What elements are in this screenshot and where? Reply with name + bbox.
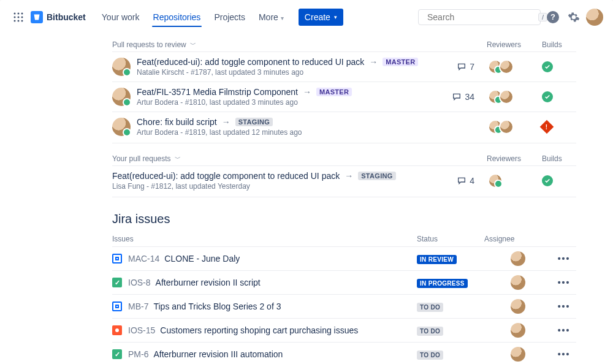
comment-count[interactable]: 34 bbox=[441, 92, 474, 102]
pr-row[interactable]: Feat(reduced-ui): add toggle component t… bbox=[112, 51, 576, 82]
chevron-down-icon: ﹀ bbox=[175, 154, 181, 163]
search-field[interactable] bbox=[427, 12, 535, 22]
assignee-avatar[interactable] bbox=[511, 323, 525, 338]
issue-type-bug-icon bbox=[112, 325, 122, 335]
issue-title[interactable]: Customers reporting shoping cart purchas… bbox=[160, 325, 358, 335]
branch-tag[interactable]: STAGING bbox=[358, 172, 395, 180]
brand[interactable]: Bitbucket bbox=[31, 11, 86, 23]
issue-type-task-icon: ✓ bbox=[112, 278, 122, 287]
more-actions-button[interactable]: ••• bbox=[552, 254, 576, 264]
svg-point-2 bbox=[21, 12, 23, 14]
status-badge[interactable]: TO DO bbox=[417, 351, 443, 360]
assignee-avatar[interactable] bbox=[511, 251, 525, 266]
section-header-yours: Your pull requests ﹀ Reviewers Builds bbox=[112, 151, 576, 165]
issue-type-story-icon bbox=[112, 254, 122, 264]
section-header-to-review: Pull requests to review ﹀ Reviewers Buil… bbox=[112, 37, 576, 51]
branch-tag[interactable]: MASTER bbox=[383, 58, 418, 66]
svg-point-8 bbox=[21, 20, 23, 21]
chevron-down-icon: ﹀ bbox=[190, 40, 196, 49]
status-badge[interactable]: IN PROGRESS bbox=[417, 279, 468, 288]
issue-title[interactable]: Afterburner revision II script bbox=[156, 278, 261, 287]
status-badge[interactable]: TO DO bbox=[417, 303, 443, 312]
arrow-right-icon: → bbox=[345, 171, 353, 181]
issue-title[interactable]: Afterburner revision III automation bbox=[153, 349, 283, 359]
author-avatar[interactable] bbox=[112, 88, 131, 106]
author-avatar[interactable] bbox=[112, 58, 131, 76]
pr-row[interactable]: Chore: fix build script → STAGING Artur … bbox=[112, 112, 576, 142]
nav-projects[interactable]: Projects bbox=[208, 1, 251, 33]
more-actions-button[interactable]: ••• bbox=[552, 325, 576, 335]
section-toggle[interactable]: Your pull requests ﹀ bbox=[112, 154, 181, 163]
status-badge[interactable]: TO DO bbox=[417, 327, 443, 336]
avatar bbox=[586, 9, 603, 26]
issue-key[interactable]: MAC-14 bbox=[128, 254, 159, 264]
reviewer-avatar[interactable] bbox=[488, 173, 503, 188]
issue-key[interactable]: PM-6 bbox=[128, 349, 148, 359]
brand-label: Bitbucket bbox=[47, 12, 86, 22]
more-actions-button[interactable]: ••• bbox=[552, 349, 576, 359]
comment-count[interactable]: 4 bbox=[441, 176, 474, 186]
comment-icon bbox=[452, 92, 462, 102]
pr-row[interactable]: Feat(reduced-ui): add toggle component t… bbox=[112, 165, 576, 195]
more-actions-button[interactable]: ••• bbox=[552, 301, 576, 311]
nav-repositories[interactable]: Repositories bbox=[147, 1, 207, 33]
status-badge[interactable]: IN REVIEW bbox=[417, 255, 457, 264]
reviewer-avatar[interactable] bbox=[499, 59, 514, 74]
svg-point-3 bbox=[14, 16, 16, 18]
jira-row[interactable]: ✓ PM-6 Afterburner revision III automati… bbox=[112, 342, 576, 364]
pr-meta: Lisa Fung - #1812, last updated Yesterda… bbox=[112, 182, 435, 191]
svg-point-4 bbox=[18, 16, 20, 18]
section-toggle[interactable]: Pull requests to review ﹀ bbox=[112, 40, 196, 49]
settings-button[interactable] bbox=[565, 9, 582, 26]
jira-row[interactable]: IOS-15 Customers reporting shoping cart … bbox=[112, 318, 576, 342]
pr-meta: Artur Bodera - #1810, last updated 3 min… bbox=[137, 98, 435, 107]
branch-tag[interactable]: STAGING bbox=[235, 118, 273, 126]
issue-title[interactable]: Tips and Tricks Blog Series 2 of 3 bbox=[153, 301, 281, 311]
issue-key[interactable]: IOS-15 bbox=[128, 325, 155, 335]
build-status[interactable]: ! bbox=[542, 122, 576, 132]
search-input[interactable]: / bbox=[418, 9, 541, 25]
bitbucket-logo-icon bbox=[31, 11, 43, 23]
reviewer-avatar[interactable] bbox=[499, 89, 514, 104]
pr-meta: Natalie Kirscht - #1787, last updated 3 … bbox=[137, 68, 435, 77]
top-nav: Bitbucket Your work Repositories Project… bbox=[0, 0, 613, 34]
col-builds: Builds bbox=[542, 40, 576, 49]
build-status[interactable] bbox=[542, 91, 576, 102]
reviewer-avatar[interactable] bbox=[499, 119, 514, 134]
author-avatar[interactable] bbox=[112, 118, 131, 136]
issue-key[interactable]: IOS-8 bbox=[128, 278, 151, 287]
build-status[interactable] bbox=[542, 61, 576, 72]
jira-row[interactable]: MB-7 Tips and Tricks Blog Series 2 of 3 … bbox=[112, 294, 576, 318]
issue-title[interactable]: CLONE - June Daly bbox=[164, 254, 240, 264]
pr-row[interactable]: Feat/FIL-3571 Media Filmstrip Component … bbox=[112, 82, 576, 112]
jira-row[interactable]: ✓ IOS-8 Afterburner revision II script I… bbox=[112, 270, 576, 294]
app-switcher-icon[interactable] bbox=[10, 9, 27, 26]
more-actions-button[interactable]: ••• bbox=[552, 278, 576, 287]
nav-your-work[interactable]: Your work bbox=[96, 1, 146, 33]
pr-meta: Artur Bodera - #1819, last updated 12 mi… bbox=[137, 128, 435, 137]
assignee-avatar[interactable] bbox=[511, 299, 525, 314]
build-success-icon bbox=[542, 91, 553, 102]
issue-key[interactable]: MB-7 bbox=[128, 301, 148, 311]
assignee-avatar[interactable] bbox=[511, 347, 525, 362]
build-fail-icon: ! bbox=[540, 120, 554, 134]
gear-icon bbox=[568, 11, 580, 23]
svg-point-5 bbox=[21, 16, 23, 18]
jira-row[interactable]: MAC-14 CLONE - June Daly IN REVIEW ••• bbox=[112, 246, 576, 270]
branch-tag[interactable]: MASTER bbox=[316, 88, 352, 96]
comment-count[interactable]: 7 bbox=[441, 62, 474, 72]
arrow-right-icon: → bbox=[222, 117, 230, 127]
build-success-icon bbox=[542, 175, 553, 186]
svg-point-7 bbox=[18, 20, 20, 21]
help-button[interactable]: ? bbox=[544, 9, 562, 26]
pr-title[interactable]: Chore: fix build script bbox=[137, 117, 217, 127]
pr-title[interactable]: Feat(reduced-ui): add toggle component t… bbox=[112, 171, 340, 181]
account-avatar[interactable] bbox=[586, 9, 603, 26]
nav-more[interactable]: More▾ bbox=[253, 1, 290, 33]
assignee-avatar[interactable] bbox=[511, 275, 525, 290]
build-status[interactable] bbox=[542, 175, 576, 186]
pr-title[interactable]: Feat/FIL-3571 Media Filmstrip Component bbox=[137, 87, 298, 97]
create-button[interactable]: Create ▾ bbox=[299, 9, 343, 26]
arrow-right-icon: → bbox=[369, 57, 378, 67]
pr-title[interactable]: Feat(reduced-ui): add toggle component t… bbox=[137, 57, 364, 67]
